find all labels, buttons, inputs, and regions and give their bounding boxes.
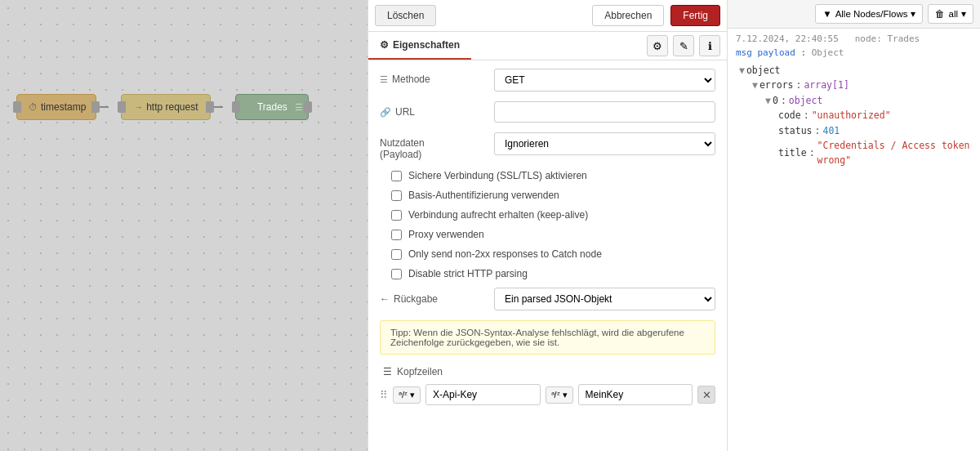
tree-toggle-object[interactable]: ▼ — [739, 63, 745, 78]
non2xx-checkbox-row: Only send non-2xx responses to Catch nod… — [380, 248, 715, 260]
tip-box: Tipp: Wenn die JSON-Syntax-Analyse fehls… — [380, 320, 715, 355]
basic-auth-checkbox[interactable] — [391, 190, 402, 201]
ssl-checkbox-row: Sichere Verbindung (SSL/TLS) aktivieren — [380, 170, 715, 181]
return-control: Ein parsed JSON-Objekt Ein binärer Buffe… — [494, 288, 715, 310]
node-http-label: http request — [146, 101, 198, 113]
non2xx-checkbox[interactable] — [391, 249, 402, 260]
tree-code-line: code : "unauthorized" — [778, 108, 972, 123]
payload-control: Ignorieren Als String Als Buffer — [494, 132, 715, 155]
basic-auth-label: Basis-Authentifizierung verwenden — [408, 190, 559, 201]
url-label: 🔗 URL — [380, 101, 486, 118]
payload-label: Nutzdaten (Payload) — [380, 132, 486, 160]
tree-index-line: ▼ 0 : object — [765, 93, 972, 108]
filter-chevron-icon: ▾ — [911, 8, 915, 20]
tree-toggle-index[interactable]: ▼ — [765, 93, 771, 108]
keepalive-checkbox[interactable] — [391, 210, 402, 221]
edit-icon-btn[interactable]: ✎ — [673, 35, 694, 56]
debug-body: 7.12.2024, 22:40:55 node: Trades msg pay… — [728, 29, 980, 451]
settings-icon-btn[interactable]: ⚙ — [647, 35, 668, 56]
url-input[interactable]: https://api.bitpanda.com/v1/trades — [494, 101, 715, 123]
header-row: ⠿ ᵃ/ᶻ ▾ ᵃ/ᶻ ▾ ✕ — [380, 384, 715, 405]
tree-indent-index: ▼ 0 : object code : "unauthorized" — [765, 93, 972, 168]
debug-tree: ▼ object ▼ errors : array[1] ▼ 0 : — [739, 63, 972, 168]
ssl-checkbox[interactable] — [391, 171, 402, 181]
tab-icons: ⚙ ✎ ℹ — [640, 32, 727, 60]
header-value-type-button[interactable]: ᵃ/ᶻ ▾ — [546, 386, 573, 404]
header-key-input[interactable] — [425, 384, 540, 405]
strict-http-label: Disable strict HTTP parsing — [408, 268, 528, 279]
link-icon: 🔗 — [380, 107, 391, 118]
debug-timestamp: 7.12.2024, 22:40:55 node: Trades — [736, 33, 972, 44]
strict-http-checkbox[interactable] — [391, 269, 402, 279]
non2xx-label: Only send non-2xx responses to Catch nod… — [408, 248, 602, 260]
filter-icon: ▼ — [822, 9, 831, 19]
payload-row: Nutzdaten (Payload) Ignorieren Als Strin… — [380, 132, 715, 160]
payload-select[interactable]: Ignorieren Als String Als Buffer — [494, 132, 715, 155]
header-value-input[interactable] — [578, 384, 693, 405]
filter-label: Alle Nodes/Flows — [835, 9, 908, 19]
headers-list-icon: ☰ — [383, 366, 392, 377]
drag-handle-icon[interactable]: ⠿ — [380, 389, 388, 401]
return-row: ← Rückgabe Ein parsed JSON-Objekt Ein bi… — [380, 288, 715, 310]
node-trades-label: Trades — [257, 101, 287, 113]
port-left-http — [118, 101, 126, 113]
node-http-request[interactable]: → http request — [121, 94, 211, 120]
tree-indent-props: code : "unauthorized" status : 401 tit — [778, 108, 972, 168]
tree-title-line: title : "Credentials / Access token wron… — [778, 138, 972, 168]
done-button[interactable]: Fertig — [670, 5, 720, 26]
tree-object-line: ▼ object — [739, 63, 972, 78]
proxy-label: Proxy verwenden — [408, 229, 484, 240]
delete-button[interactable]: Löschen — [375, 5, 436, 26]
filter-button[interactable]: ▼ Alle Nodes/Flows ▾ — [815, 4, 923, 24]
debug-toolbar: ▼ Alle Nodes/Flows ▾ 🗑 all ▾ — [728, 0, 980, 29]
strict-http-checkbox-row: Disable strict HTTP parsing — [380, 268, 715, 279]
node-trades[interactable]: Trades ☰ — [235, 94, 309, 120]
node-timestamp[interactable]: ⏱ timestamp — [16, 94, 96, 120]
port-right-timestamp — [91, 101, 100, 113]
tab-properties[interactable]: ⚙ Eigenschaften — [368, 32, 471, 60]
value-chevron-icon: ▾ — [563, 390, 568, 400]
all-button[interactable]: 🗑 all ▾ — [928, 4, 973, 24]
tree-status-line: status : 401 — [778, 123, 972, 138]
keepalive-label: Verbindung aufrecht erhalten (keep-alive… — [408, 209, 588, 221]
port-right-http — [206, 101, 214, 113]
tree-errors-line: ▼ errors : array[1] — [752, 78, 972, 92]
arrow-icon: → — [134, 102, 143, 112]
clock-icon: ⏱ — [29, 102, 38, 112]
method-row: ☰ Methode GET POST PUT DELETE PATCH — [380, 69, 715, 92]
headers-section-header: ☰ Kopfzeilen — [380, 366, 715, 377]
panel-toolbar: Löschen Abbrechen Fertig — [368, 0, 727, 32]
panel-body: ☰ Methode GET POST PUT DELETE PATCH 🔗 UR… — [368, 60, 727, 451]
all-chevron-icon: ▾ — [961, 8, 966, 20]
debug-msg-line: msg payload : Object — [736, 47, 972, 58]
trash-icon: 🗑 — [935, 9, 945, 19]
gear-icon: ⚙ — [380, 39, 389, 51]
tip-text: Tipp: Wenn die JSON-Syntax-Analyse fehls… — [390, 328, 684, 347]
method-control: GET POST PUT DELETE PATCH — [494, 69, 715, 92]
header-type-button[interactable]: ᵃ/ᶻ ▾ — [393, 386, 421, 404]
header-delete-button[interactable]: ✕ — [697, 386, 715, 404]
type-az-icon: ᵃ/ᶻ — [399, 390, 408, 400]
tab-properties-label: Eigenschaften — [393, 39, 460, 51]
tab-bar: ⚙ Eigenschaften ⚙ ✎ ℹ — [368, 32, 727, 60]
tree-toggle-errors[interactable]: ▼ — [752, 78, 758, 92]
method-select[interactable]: GET POST PUT DELETE PATCH — [494, 69, 715, 92]
keepalive-checkbox-row: Verbindung aufrecht erhalten (keep-alive… — [380, 209, 715, 221]
method-label: ☰ Methode — [380, 69, 486, 85]
cancel-button[interactable]: Abbrechen — [592, 5, 664, 26]
basic-auth-checkbox-row: Basis-Authentifizierung verwenden — [380, 190, 715, 201]
list-icon: ☰ — [380, 74, 388, 85]
return-label: ← Rückgabe — [380, 293, 486, 305]
node-flow: ⏱ timestamp → http request Trades ☰ — [16, 94, 309, 120]
proxy-checkbox[interactable] — [391, 230, 402, 240]
all-label: all — [948, 9, 958, 19]
menu-icon: ☰ — [295, 102, 303, 113]
return-select[interactable]: Ein parsed JSON-Objekt Ein binärer Buffe… — [494, 288, 715, 310]
url-row: 🔗 URL https://api.bitpanda.com/v1/trades — [380, 101, 715, 123]
proxy-checkbox-row: Proxy verwenden — [380, 229, 715, 240]
info-icon-btn[interactable]: ℹ — [699, 35, 720, 56]
ssl-label: Sichere Verbindung (SSL/TLS) aktivieren — [408, 170, 587, 181]
port-left-timestamp — [13, 101, 21, 113]
tree-indent-errors: ▼ errors : array[1] ▼ 0 : object — [752, 78, 972, 167]
debug-panel: ▼ Alle Nodes/Flows ▾ 🗑 all ▾ 7.12.2024, … — [727, 0, 980, 451]
